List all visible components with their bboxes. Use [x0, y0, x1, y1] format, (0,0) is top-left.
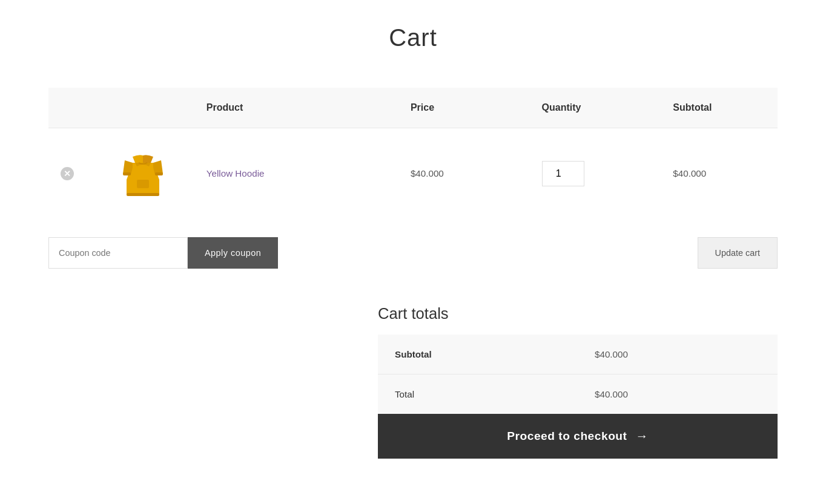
col-header-price: Price: [398, 88, 530, 128]
svg-rect-3: [127, 193, 159, 196]
table-row: ✕: [48, 128, 778, 220]
product-price: $40.000: [411, 168, 444, 178]
product-image: [119, 146, 167, 201]
product-name-cell: Yellow Hoodie: [194, 128, 398, 220]
col-header-image: [107, 88, 194, 128]
update-cart-button[interactable]: Update cart: [698, 237, 778, 269]
subtotal-row: Subtotal $40.000: [378, 335, 778, 375]
coupon-left: Apply coupon: [48, 237, 278, 269]
page-title: Cart: [48, 24, 778, 51]
remove-cell: ✕: [48, 128, 107, 220]
totals-table: Subtotal $40.000 Total $40.000: [378, 335, 778, 414]
cart-table-header: Product Price Quantity Subtotal: [48, 88, 778, 128]
cart-table-body: ✕: [48, 128, 778, 220]
total-label: Total: [378, 375, 578, 414]
quantity-input[interactable]: [542, 161, 584, 186]
coupon-row: Apply coupon Update cart: [48, 237, 778, 269]
product-image-cell: [107, 128, 194, 220]
subtotal-value: $40.000: [578, 335, 778, 375]
proceed-to-checkout-button[interactable]: Proceed to checkout →: [378, 414, 778, 459]
subtotal-label: Subtotal: [378, 335, 578, 375]
total-value: $40.000: [578, 375, 778, 414]
svg-rect-1: [123, 172, 131, 175]
coupon-input[interactable]: [48, 237, 188, 269]
product-subtotal: $40.000: [673, 168, 706, 178]
cart-totals-title: Cart totals: [378, 305, 778, 322]
page-wrapper: Cart Product Price Quantity Subtotal ✕: [0, 0, 826, 504]
checkout-arrow-icon: →: [635, 429, 648, 443]
checkout-button-label: Proceed to checkout: [507, 430, 627, 443]
subtotal-cell: $40.000: [661, 128, 778, 220]
col-header-product: Product: [194, 88, 398, 128]
product-link[interactable]: Yellow Hoodie: [206, 168, 265, 178]
svg-rect-0: [137, 180, 149, 188]
price-cell: $40.000: [398, 128, 530, 220]
remove-icon: ✕: [61, 167, 74, 180]
col-header-quantity: Quantity: [530, 88, 661, 128]
hoodie-image-svg: [122, 149, 164, 198]
remove-item-button[interactable]: ✕: [61, 167, 74, 180]
apply-coupon-button[interactable]: Apply coupon: [188, 237, 278, 269]
svg-rect-2: [155, 172, 163, 175]
total-row: Total $40.000: [378, 375, 778, 414]
quantity-cell: [530, 128, 661, 220]
col-header-remove: [48, 88, 107, 128]
cart-totals-box: Cart totals Subtotal $40.000 Total $40.0…: [378, 305, 778, 459]
cart-table: Product Price Quantity Subtotal ✕: [48, 88, 778, 219]
cart-totals-section: Cart totals Subtotal $40.000 Total $40.0…: [48, 305, 778, 459]
col-header-subtotal: Subtotal: [661, 88, 778, 128]
